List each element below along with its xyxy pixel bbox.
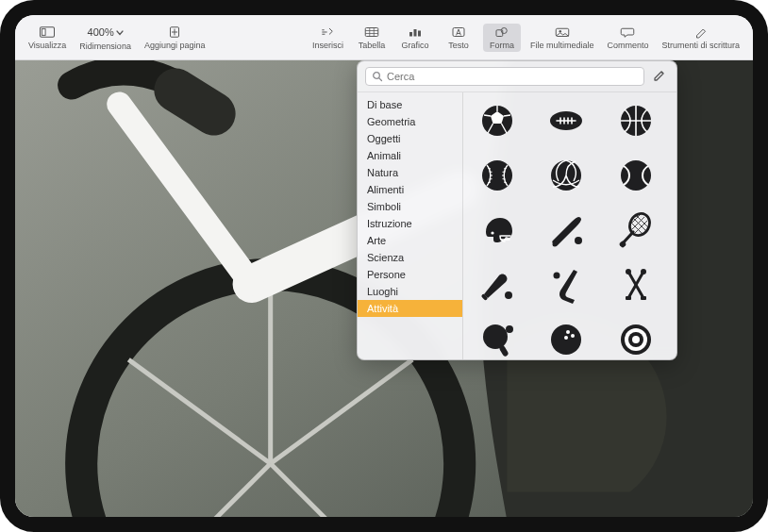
svg-rect-57: [641, 296, 646, 300]
shape-bowling-ball[interactable]: [542, 319, 591, 359]
shape-category-item[interactable]: Attività: [358, 300, 462, 317]
chart-button[interactable]: Grafico: [396, 24, 434, 52]
svg-line-20: [379, 78, 382, 81]
shape-category-item[interactable]: Persone: [358, 266, 462, 283]
comment-label: Commento: [607, 41, 648, 50]
comment-icon: [619, 25, 636, 39]
device-frame: Visualizza 400% Ridimensiona Aggiungi pa…: [0, 0, 768, 532]
shape-search-field[interactable]: [365, 67, 644, 86]
zoom-dropdown[interactable]: 400% Ridimensiona: [75, 23, 135, 53]
shape-search-input[interactable]: [387, 71, 638, 82]
shape-icon: [493, 25, 510, 39]
chart-label: Grafico: [401, 41, 428, 50]
svg-point-11: [559, 30, 560, 32]
resize-label: Ridimensiona: [79, 42, 131, 51]
shape-popover-body: Di baseGeometriaOggettiAnimaliNaturaAlim…: [358, 92, 676, 359]
table-icon: [363, 25, 380, 39]
writing-tools-icon: [693, 25, 710, 39]
shape-hockey-stick[interactable]: [542, 264, 591, 306]
svg-rect-56: [626, 296, 631, 300]
svg-point-37: [621, 160, 651, 191]
insert-icon: [319, 25, 336, 39]
toolbar: Visualizza 400% Ridimensiona Aggiungi pa…: [15, 15, 753, 60]
svg-point-55: [641, 269, 646, 274]
shape-tennis-racket[interactable]: [611, 209, 660, 251]
view-label: Visualizza: [28, 41, 66, 50]
comment-button[interactable]: Commento: [603, 24, 652, 52]
shape-ski-poles[interactable]: [611, 264, 660, 306]
svg-point-25: [482, 160, 512, 191]
shape-baseball-bat[interactable]: [542, 209, 591, 251]
svg-rect-1: [42, 28, 46, 35]
shape-category-item[interactable]: Arte: [358, 232, 462, 249]
chart-icon: [407, 25, 424, 39]
shape-football[interactable]: [542, 100, 591, 141]
shape-tennis-ball[interactable]: [611, 155, 660, 196]
add-page-button[interactable]: Aggiungi pagina: [141, 24, 209, 52]
edit-shapes-button[interactable]: [650, 67, 669, 86]
shape-category-item[interactable]: Istruzione: [358, 215, 462, 232]
shape-soccer-ball[interactable]: [473, 100, 522, 141]
writing-tools-label: Strumenti di scrittura: [661, 41, 740, 50]
add-page-label: Aggiungi pagina: [144, 41, 206, 50]
add-page-icon: [166, 25, 183, 39]
media-icon: [554, 25, 571, 39]
shape-cricket-bat[interactable]: [473, 264, 522, 306]
shape-basketball[interactable]: [611, 100, 660, 141]
shape-category-item[interactable]: Luoghi: [358, 283, 462, 300]
insert-button[interactable]: Inserisci: [309, 24, 347, 52]
svg-rect-3: [365, 27, 378, 36]
svg-point-62: [566, 330, 570, 334]
shape-baseball[interactable]: [473, 155, 522, 196]
shape-target[interactable]: [611, 319, 660, 359]
pencil-icon: [653, 68, 666, 85]
shape-football-helmet[interactable]: [473, 209, 522, 251]
shape-category-item[interactable]: Geometria: [358, 113, 462, 130]
shape-category-item[interactable]: Animali: [358, 147, 462, 164]
shape-ping-pong[interactable]: [473, 319, 522, 359]
search-icon: [372, 71, 383, 82]
svg-point-39: [553, 242, 558, 247]
svg-rect-6: [418, 30, 421, 36]
text-label: Testo: [448, 41, 469, 50]
svg-point-58: [483, 324, 508, 349]
app-window: Visualizza 400% Ridimensiona Aggiungi pa…: [15, 15, 753, 517]
shape-label: Forma: [490, 41, 514, 50]
media-label: File multimediale: [530, 41, 594, 50]
shape-category-item[interactable]: Natura: [358, 164, 462, 181]
text-icon: [450, 25, 467, 39]
svg-point-60: [506, 325, 513, 333]
shape-category-item[interactable]: Oggetti: [358, 130, 462, 147]
zoom-value: 400%: [88, 26, 114, 38]
svg-rect-5: [413, 29, 416, 37]
shape-popover-header: [358, 61, 676, 92]
shape-category-list[interactable]: Di baseGeometriaOggettiAnimaliNaturaAlim…: [358, 92, 463, 359]
writing-tools-button[interactable]: Strumenti di scrittura: [658, 24, 743, 52]
text-button[interactable]: Testo: [440, 24, 477, 52]
canvas[interactable]: Di baseGeometriaOggettiAnimaliNaturaAlim…: [15, 60, 753, 517]
table-label: Tabella: [359, 41, 386, 50]
svg-point-54: [626, 269, 631, 274]
view-icon: [39, 25, 56, 39]
svg-rect-4: [409, 32, 412, 37]
insert-label: Inserisci: [312, 41, 343, 50]
chevron-down-icon: [116, 26, 124, 38]
shape-popover: Di baseGeometriaOggettiAnimaliNaturaAlim…: [357, 60, 677, 360]
svg-point-68: [632, 336, 640, 343]
shape-category-item[interactable]: Scienza: [358, 249, 462, 266]
svg-point-51: [554, 273, 560, 279]
shape-category-item[interactable]: Alimenti: [358, 181, 462, 198]
shape-volleyball[interactable]: [542, 155, 591, 196]
media-button[interactable]: File multimediale: [526, 24, 598, 52]
table-button[interactable]: Tabella: [353, 24, 391, 52]
svg-point-9: [501, 27, 507, 33]
shape-button[interactable]: Forma: [483, 24, 521, 52]
shape-grid-container[interactable]: [463, 92, 676, 359]
svg-point-38: [491, 231, 493, 234]
svg-point-63: [571, 334, 575, 338]
shape-category-item[interactable]: Di base: [358, 96, 462, 113]
svg-point-40: [575, 237, 582, 244]
shape-category-item[interactable]: Simboli: [358, 198, 462, 215]
svg-point-50: [505, 291, 512, 299]
view-button[interactable]: Visualizza: [25, 24, 70, 52]
